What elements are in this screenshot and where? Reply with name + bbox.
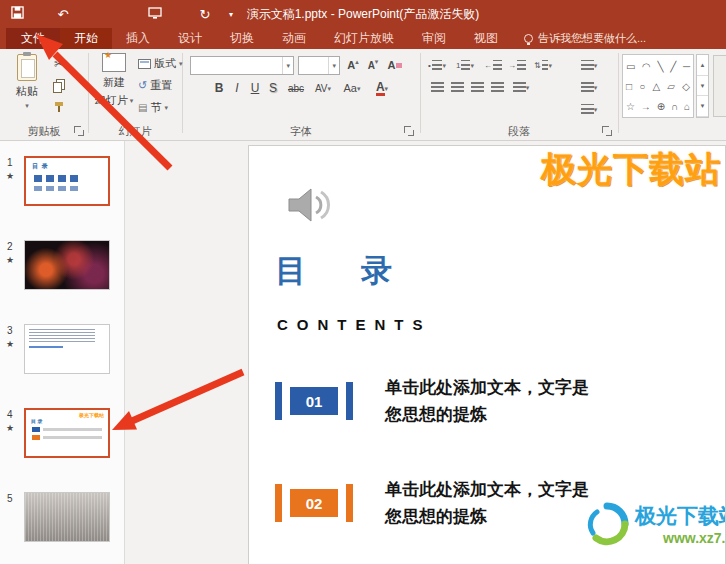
numbering-button[interactable]: 1▾ (456, 56, 474, 74)
shape-parallelogram-icon[interactable]: ▱ (667, 81, 675, 92)
grow-font-button[interactable]: A▴ (344, 56, 362, 74)
shape-hline-icon[interactable]: ─ (683, 61, 690, 72)
shape-arrow-icon[interactable]: → (641, 101, 651, 112)
shape-line2-icon[interactable]: ╱ (670, 61, 676, 72)
arrow-updown-icon: ⇅ (534, 61, 541, 70)
convert-smartart-button[interactable]: ▾ (580, 100, 598, 118)
chevron-down-icon: ▾ (442, 62, 446, 69)
shape-line-icon[interactable]: ╲ (658, 61, 664, 72)
font-name-combo[interactable]: ▾ (190, 56, 294, 75)
decrease-indent-button[interactable]: ← (484, 56, 502, 74)
section-button[interactable]: ▤节▾ (138, 99, 168, 116)
align-text-icon (581, 82, 594, 93)
clipboard-dialog-launcher[interactable] (74, 126, 84, 136)
font-dialog-launcher[interactable] (404, 126, 414, 136)
thumb-toc-row (32, 427, 102, 432)
shape-arc2-icon[interactable]: ∩ (671, 101, 678, 112)
font-size-combo[interactable]: ▾ (298, 56, 340, 75)
align-text-button[interactable]: ▾ (580, 78, 598, 96)
tab-home[interactable]: 开始 (60, 28, 112, 49)
paste-label: 粘贴 (16, 84, 38, 99)
columns-button[interactable]: ▾ (512, 78, 530, 96)
animation-star-icon: ★ (6, 423, 14, 433)
text-direction-button[interactable]: ▾ (580, 56, 598, 74)
char-spacing-button[interactable]: AV▾ (312, 79, 334, 97)
cut-button[interactable]: ✂ (50, 55, 68, 73)
font-color-button[interactable]: A▾ (370, 79, 394, 97)
layout-button[interactable]: 版式▾ (138, 55, 183, 72)
gallery-more-button[interactable]: ▼ (697, 96, 708, 117)
increase-indent-button[interactable]: → (508, 56, 526, 74)
change-case-button[interactable]: Aa▾ (340, 79, 364, 97)
toc-item-1[interactable]: 01 单击此处添加文本，文字是 您思想的提炼 (275, 374, 589, 428)
layout-label: 版式 (154, 56, 176, 71)
copy-button[interactable] (50, 77, 68, 95)
slide-thumbnail-4[interactable]: 4 ★ 极光下载站 目 录 (0, 408, 125, 464)
chevron-down-icon: ▾ (130, 97, 134, 104)
tab-transitions[interactable]: 切换 (216, 28, 268, 49)
new-slide-label-2: 幻灯片 (95, 93, 128, 108)
tab-slideshow[interactable]: 幻灯片放映 (320, 28, 408, 49)
shape-triangle-icon[interactable]: △ (652, 81, 660, 92)
slide-thumbnail-5[interactable]: 5 (0, 492, 125, 548)
align-right-button[interactable] (468, 78, 486, 96)
arrange-button[interactable] (713, 55, 726, 117)
shape-diamond-icon[interactable]: ◇ (682, 81, 690, 92)
slide-canvas[interactable]: 极光下载站 目 录 CONTENTS 01 单击此处添加文本，文字是 您思想的提… (248, 145, 726, 564)
text-shadow-button[interactable]: S (264, 79, 282, 97)
slide-subtitle[interactable]: CONTENTS (277, 316, 432, 333)
ribbon-tab-row: 文件 开始 插入 设计 切换 动画 幻灯片放映 审阅 视图 告诉我您想要做什么.… (0, 28, 726, 49)
tab-insert[interactable]: 插入 (112, 28, 164, 49)
paste-clipboard-icon (17, 54, 37, 81)
align-center-button[interactable] (448, 78, 466, 96)
slide-title[interactable]: 目 录 (275, 250, 404, 292)
format-painter-button[interactable] (50, 99, 68, 117)
paste-button[interactable]: 粘贴 ▾ (8, 54, 46, 109)
bold-button[interactable]: B (210, 79, 228, 97)
slide-thumbnail-3[interactable]: 3 ★ (0, 324, 125, 380)
gallery-scroll-up-button[interactable]: ▲ (697, 55, 708, 76)
title-bar: ↶ ↻ ▾ 演示文稿1.pptx - PowerPoint(产品激活失败) (0, 0, 726, 28)
window-title: 演示文稿1.pptx - PowerPoint(产品激活失败) (0, 0, 726, 28)
strikethrough-button[interactable]: abc (284, 79, 308, 97)
shrink-font-button[interactable]: A▾ (364, 56, 382, 74)
tell-me-box[interactable]: 告诉我您想要做什么... (524, 28, 646, 49)
toc-item-line2: 您思想的提炼 (385, 503, 589, 530)
audio-object[interactable] (285, 184, 333, 230)
thumb-boxes (34, 175, 100, 182)
section-label: 节 (150, 100, 161, 115)
shape-circle-icon[interactable]: ○ (639, 81, 645, 92)
italic-button[interactable]: I (228, 79, 246, 97)
tab-file[interactable]: 文件 (6, 28, 60, 49)
clear-format-button[interactable]: A (386, 56, 404, 74)
watermark-logo-icon (585, 502, 629, 550)
line-spacing-button[interactable]: ⇅▾ (534, 56, 552, 74)
gallery-scroll-down-button[interactable]: ▼ (697, 76, 708, 97)
tab-view[interactable]: 视图 (460, 28, 512, 49)
new-slide-button[interactable]: 新建 幻灯片▾ (94, 53, 134, 108)
slide-thumbnail-1[interactable]: 1 ★ 目 录 (0, 156, 125, 212)
shape-home-icon[interactable]: ⌂ (684, 101, 690, 112)
tab-review[interactable]: 审阅 (408, 28, 460, 49)
animation-star-icon: ★ (6, 171, 14, 181)
align-left-button[interactable] (428, 78, 446, 96)
slide-brand-text[interactable]: 极光下载站 (541, 146, 721, 193)
shape-plus-icon[interactable]: ⊕ (657, 101, 665, 112)
bullets-button[interactable]: •▾ (428, 56, 446, 74)
shape-arc-icon[interactable]: ◠ (642, 61, 651, 72)
slides-group-label: 幻灯片 (88, 124, 182, 138)
reset-button[interactable]: ↺重置 (138, 77, 172, 94)
underline-button[interactable]: U (246, 79, 264, 97)
shape-star-icon[interactable]: ☆ (626, 101, 635, 112)
tab-design[interactable]: 设计 (164, 28, 216, 49)
shape-rect-icon[interactable]: ▭ (626, 61, 635, 72)
tab-animations[interactable]: 动画 (268, 28, 320, 49)
text-direction-icon (581, 60, 594, 71)
justify-button[interactable] (488, 78, 506, 96)
chevron-down-icon: ▾ (385, 85, 389, 92)
paragraph-dialog-launcher[interactable] (602, 126, 612, 136)
shapes-gallery[interactable]: ▭◠╲╱─ □○△▱◇ ☆→⊕∩⌂ (622, 54, 694, 118)
toc-item-2[interactable]: 02 单击此处添加文本，文字是 您思想的提炼 (275, 476, 589, 530)
slide-thumbnail-2[interactable]: 2 ★ (0, 240, 125, 296)
shape-square-icon[interactable]: □ (626, 81, 632, 92)
